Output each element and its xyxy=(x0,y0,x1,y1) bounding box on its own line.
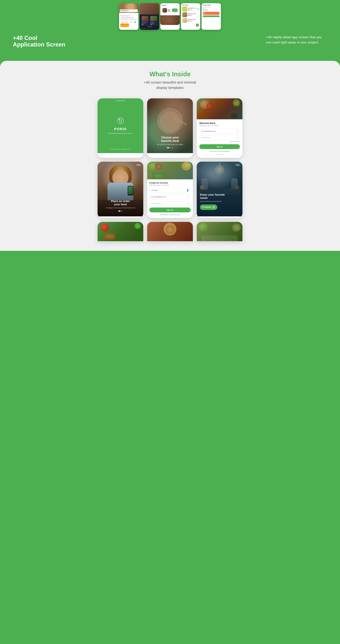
section-subtitle: +40 screen beautiful and minimaldisplay … xyxy=(6,80,334,90)
dot-3 xyxy=(172,147,173,148)
phone-card-2: 2 Chicken Steakwith Pasta Sauce $24 Crea… xyxy=(140,3,159,30)
eye-icon: 👁 xyxy=(187,202,189,204)
login-screen: Welcome Back, Hello there, sign in to co… xyxy=(197,98,242,158)
partial-phone-right xyxy=(197,222,242,241)
splash-phone: PORIS We bring the taste of Poris for yo… xyxy=(98,98,143,158)
top-section: The cooked vegan By connected for 🏠 💬 🔍 … xyxy=(0,0,340,61)
order-subtitle: All category serve easy to find and add … xyxy=(101,207,140,209)
order-title: Place an orderyour food xyxy=(101,200,140,206)
splash-tagline: We bring the taste of Poris for you xyxy=(108,132,132,134)
partial-phone-mid xyxy=(147,222,193,241)
forgot-password-link[interactable]: Forgot Password? xyxy=(199,141,240,142)
splash-notch xyxy=(116,100,125,101)
onboarding-phone: Choose yourfavorite meal Get order food … xyxy=(147,98,193,158)
big-text-line2: Application Screen xyxy=(13,41,65,48)
big-text-block: +40 Cool Application Screen xyxy=(13,34,65,48)
register-screen: Skip Create an Account Hello there, sign… xyxy=(147,162,193,218)
order-phone: Skip Place an orderyour food xyxy=(98,162,143,218)
splash-screen: PORIS We bring the taste of Poris for yo… xyxy=(98,98,143,153)
get-started-button[interactable]: Get Started › xyxy=(200,204,217,210)
register-form: Create an Account Hello there, sign in t… xyxy=(147,179,193,218)
no-account-text: Don't have an account? xyxy=(210,151,224,152)
get-started-label: Get Started xyxy=(202,206,211,208)
mockup-grid-row1: PORIS We bring the taste of Poris for yo… xyxy=(98,98,242,158)
enjoy-title: Enjoy your favoritemeals xyxy=(200,193,239,200)
splash-brand-name: PORIS xyxy=(114,127,127,131)
mockup-grid-row2: Skip Place an orderyour food xyxy=(98,162,242,218)
splash-version: Current version 2.0 update now xyxy=(110,148,130,150)
login-welcome-subtitle: Hello there, sign in to continue xyxy=(199,125,240,126)
login-food-photo xyxy=(197,98,242,119)
login-welcome-title: Welcome Back, xyxy=(199,122,240,124)
dot-1 xyxy=(167,147,169,148)
phone-card-4: Offer today Lemon Mate Sauce Ice Creams … xyxy=(181,3,200,30)
register-name-text: Ali Muhtar xyxy=(151,190,158,191)
enjoy-screen: Skip Enjoy yo xyxy=(197,162,242,216)
sign-in-button[interactable]: Sign In xyxy=(199,144,240,149)
enjoy-subtitle: Cook food like your personal chef xyxy=(200,200,239,202)
section-title: What's Inside xyxy=(6,70,334,78)
dot-2 xyxy=(170,147,171,148)
register-link-text: Don't have an account? Register xyxy=(199,151,240,152)
register-password-field[interactable]: •••••••••••• 👁 xyxy=(150,201,190,206)
enjoy-phone: Skip Enjoy yo xyxy=(197,162,242,218)
dot-active xyxy=(118,210,120,212)
desc-text-block: +40 Highly detail app screen that you ca… xyxy=(266,34,327,45)
have-account-text: Already have an account? xyxy=(160,214,176,216)
order-screen: Skip Place an orderyour food xyxy=(98,162,143,216)
onboarding-text: Choose yourfavorite meal Get order food … xyxy=(147,136,193,148)
email-icon: ✉ xyxy=(237,130,238,132)
email-icon: ✉ xyxy=(188,196,189,198)
person-icon: 👤 xyxy=(186,189,189,192)
skip-badge-order[interactable]: Skip xyxy=(136,164,141,166)
desc-text: +40 Highly detail app screen that you ca… xyxy=(266,34,327,45)
register-subtitle: Hello there, sign in to continue xyxy=(150,184,190,186)
phone-showcase: The cooked vegan By connected for 🏠 💬 🔍 … xyxy=(6,3,334,33)
arrow-icon: › xyxy=(212,206,215,209)
big-text-line1: +40 Cool xyxy=(13,34,37,41)
info-strip: +40 Cool Application Screen +40 Highly d… xyxy=(6,33,334,54)
register-title: Create an Account xyxy=(150,182,190,184)
phone-card-5: Payment detail Subtotal ( 3 items) Deliv… xyxy=(202,3,221,30)
skip-badge-enjoy[interactable]: Skip xyxy=(235,164,240,166)
order-dots xyxy=(101,210,140,212)
phone-card-3: Wishlist Bakso SuperVeggin Continue xyxy=(160,3,180,30)
login-password-field[interactable]: •••••••••••• 👁 xyxy=(199,136,240,140)
splash-logo-icon xyxy=(117,117,124,126)
login-phone: Welcome Back, Hello there, sign in to co… xyxy=(197,98,242,158)
partial-phone-left xyxy=(98,222,143,241)
sign-up-button[interactable]: Sign Up xyxy=(150,208,190,212)
dot-1 xyxy=(122,210,122,212)
eye-icon: 👁 xyxy=(236,137,238,139)
register-password-text: •••••••••••• xyxy=(151,203,161,204)
svg-point-0 xyxy=(117,118,124,124)
phone-card-1: The cooked vegan By connected for 🏠 💬 🔍 … xyxy=(119,3,138,30)
bottom-section: What's Inside +40 screen beautiful and m… xyxy=(0,61,340,251)
register-email-field[interactable]: ali.muhtar@yahoo.com ✉ xyxy=(150,194,190,200)
register-name-field[interactable]: Ali Muhtar 👤 xyxy=(150,188,190,193)
login-form: Welcome Back, Hello there, sign in to co… xyxy=(197,119,242,158)
login-link-text: Already have an account? Login xyxy=(150,214,190,216)
onboarding-screen: Choose yourfavorite meal Get order food … xyxy=(147,98,193,153)
mockup-grid-row3 xyxy=(98,222,242,241)
enjoy-text: Enjoy your favoritemeals Cook food like … xyxy=(197,193,242,210)
order-text: Place an orderyour food All category ser… xyxy=(98,200,143,212)
register-phone: Skip Create an Account Hello there, sign… xyxy=(147,162,193,218)
register-email-text: ali.muhtar@yahoo.com xyxy=(151,196,166,198)
onboarding-title: Choose yourfavorite meal xyxy=(150,136,190,143)
register-food-photo: Skip xyxy=(147,162,193,179)
login-email-field[interactable]: ali.muhtar@yahoo.com ✉ xyxy=(199,129,240,134)
onboarding-dots xyxy=(150,147,190,148)
onboarding-subtitle: Get order food and make your happy xyxy=(150,144,190,146)
login-email-text: ali.muhtar@yahoo.com xyxy=(201,130,216,132)
register-link[interactable]: Register xyxy=(224,151,230,152)
login-password-text: •••••••••••• xyxy=(201,137,211,138)
login-link[interactable]: Login xyxy=(176,214,180,216)
